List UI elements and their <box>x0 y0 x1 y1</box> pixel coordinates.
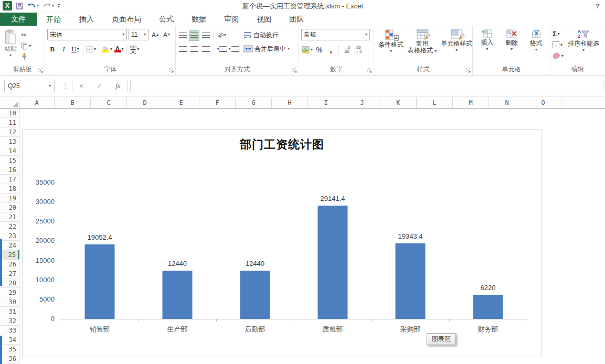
decrease-indent-button[interactable]: ◂ <box>217 44 227 55</box>
column-header-C[interactable]: C <box>91 98 127 108</box>
align-center-button[interactable] <box>189 44 199 55</box>
enter-button[interactable]: ✓ <box>97 82 102 90</box>
formula-bar-resize-handle[interactable]: ⋮ <box>62 82 69 90</box>
customize-qat-button[interactable]: ▾ <box>58 4 60 8</box>
sort-filter-button[interactable]: AZ 排序和筛选 ▾ <box>566 29 601 61</box>
tab-home[interactable]: 开始 <box>37 13 70 26</box>
align-right-button[interactable] <box>201 44 211 55</box>
dialog-launcher-icon[interactable] <box>466 68 471 73</box>
column-header-D[interactable]: D <box>127 98 163 108</box>
help-icon[interactable]: ? <box>596 2 600 10</box>
row-header-29[interactable]: 29 <box>0 288 19 297</box>
column-header-M[interactable]: M <box>453 98 489 108</box>
insert-cells-button[interactable]: 插入 ▾ <box>479 29 495 52</box>
align-bottom-button[interactable] <box>201 30 211 41</box>
row-header-11[interactable]: 11 <box>0 118 19 127</box>
phonetic-guide-button[interactable]: wén文▾ <box>130 44 140 55</box>
increase-indent-button[interactable]: ▸ <box>229 44 239 55</box>
column-header-H[interactable]: H <box>272 98 308 108</box>
row-header-10[interactable]: 10 <box>0 109 19 118</box>
chart-bar[interactable] <box>318 206 348 319</box>
insert-function-button[interactable]: fx <box>115 82 120 90</box>
row-header-22[interactable]: 22 <box>0 222 19 231</box>
format-cells-button[interactable]: 格式 ▾ <box>528 29 545 52</box>
shrink-font-button[interactable]: A▾ <box>162 29 172 40</box>
sheet-cells[interactable]: 部门工资统计图 35000300002500020000150001000050… <box>19 109 605 364</box>
tab-page-layout[interactable]: 页面布局 <box>103 13 150 26</box>
row-header-26[interactable]: 26 <box>0 260 19 269</box>
dialog-launcher-icon[interactable] <box>169 68 174 73</box>
row-header-31[interactable]: 31 <box>0 307 19 316</box>
paste-button[interactable]: 粘贴 ▾ <box>2 29 19 62</box>
delete-cells-button[interactable]: 删除 ▾ <box>503 29 520 52</box>
chart-bar[interactable] <box>163 271 193 319</box>
fill-button[interactable]: ↓▾ <box>553 40 564 50</box>
decrease-decimal-button[interactable]: .00→.0 <box>353 44 363 55</box>
row-header-24[interactable]: 24 <box>0 241 19 250</box>
dialog-launcher-icon[interactable] <box>38 68 44 73</box>
row-header-30[interactable]: 30 <box>0 297 19 307</box>
bold-button[interactable]: B <box>47 44 57 55</box>
cancel-button[interactable]: × <box>79 82 83 90</box>
font-name-select[interactable]: 宋体▾ <box>47 29 127 40</box>
format-as-table-button[interactable]: 套用 表格格式 ▾ <box>406 29 439 55</box>
font-color-button[interactable]: A▾ <box>114 44 124 55</box>
comma-style-button[interactable]: , <box>326 44 336 55</box>
select-all-corner[interactable] <box>0 98 19 108</box>
row-header-18[interactable]: 18 <box>0 184 19 194</box>
row-header-33[interactable]: 33 <box>0 326 19 335</box>
row-header-19[interactable]: 19 <box>0 194 19 203</box>
merge-center-button[interactable]: 合并后居中 ▾ <box>243 42 290 55</box>
column-header-N[interactable]: N <box>489 98 525 108</box>
row-header-15[interactable]: 15 <box>0 156 19 165</box>
borders-button[interactable]: ▾ <box>86 44 96 55</box>
chart-area[interactable]: 部门工资统计图 35000300002500020000150001000050… <box>22 129 542 357</box>
row-header-28[interactable]: 28 <box>0 279 19 288</box>
row-header-13[interactable]: 13 <box>0 137 19 146</box>
accounting-format-button[interactable]: ▾ <box>301 44 313 55</box>
orientation-button[interactable]: ab▾ <box>217 30 227 41</box>
chart-bar[interactable] <box>240 271 270 319</box>
wrap-text-button[interactable]: 自动换行 <box>243 29 290 41</box>
formula-input[interactable] <box>130 80 603 92</box>
align-middle-button[interactable] <box>189 30 199 41</box>
font-size-select[interactable]: 11▾ <box>129 29 148 40</box>
chart-bar[interactable] <box>396 243 426 319</box>
grow-font-button[interactable]: A▴ <box>150 29 160 40</box>
fill-color-button[interactable]: ▾ <box>102 44 112 55</box>
tab-formulas[interactable]: 公式 <box>150 13 183 26</box>
tab-data[interactable]: 数据 <box>183 13 215 26</box>
underline-button[interactable]: U▾ <box>70 44 80 55</box>
row-header-14[interactable]: 14 <box>0 146 19 156</box>
column-header-G[interactable]: G <box>236 98 272 108</box>
column-header-A[interactable]: A <box>19 98 55 108</box>
row-header-27[interactable]: 27 <box>0 269 19 279</box>
tab-insert[interactable]: 插入 <box>70 13 103 26</box>
chart-bar[interactable] <box>473 295 503 319</box>
redo-button[interactable]: ▾ <box>43 3 54 9</box>
row-header-35[interactable]: 35 <box>0 345 19 354</box>
conditional-formatting-button[interactable]: ≠ 条件格式 ▾ <box>376 29 406 55</box>
align-left-button[interactable] <box>178 44 188 55</box>
row-header-23[interactable]: 23 <box>0 231 19 241</box>
column-header-K[interactable]: K <box>380 98 417 108</box>
row-header-21[interactable]: 21 <box>0 212 19 222</box>
format-painter-button[interactable] <box>21 52 31 62</box>
column-header-E[interactable]: E <box>163 98 199 108</box>
italic-button[interactable]: I <box>59 44 69 55</box>
column-header-I[interactable]: I <box>308 98 344 108</box>
row-header-12[interactable]: 12 <box>0 127 19 137</box>
row-header-36[interactable]: 36 <box>0 354 19 363</box>
number-format-select[interactable]: 常规▾ <box>301 29 370 40</box>
dialog-launcher-icon[interactable] <box>292 68 298 73</box>
tab-file[interactable]: 文件 <box>0 13 37 26</box>
row-header-17[interactable]: 17 <box>0 175 19 184</box>
row-header-20[interactable]: 20 <box>0 203 19 212</box>
tab-view[interactable]: 视图 <box>248 13 280 26</box>
dialog-launcher-icon[interactable] <box>367 68 373 73</box>
row-header-32[interactable]: 32 <box>0 316 19 326</box>
tab-review[interactable]: 审阅 <box>215 13 248 26</box>
cell-styles-button[interactable]: 单元格样式 ▾ <box>439 29 474 55</box>
autosum-button[interactable]: Σ▾ <box>553 29 564 39</box>
column-header-F[interactable]: F <box>199 98 236 108</box>
